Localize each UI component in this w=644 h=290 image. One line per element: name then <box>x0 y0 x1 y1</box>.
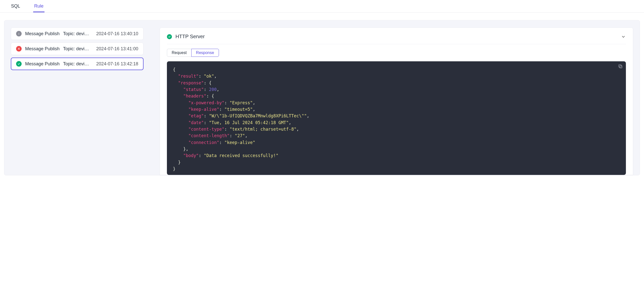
event-label: Message Publish <box>25 31 60 36</box>
event-label: Message Publish <box>25 61 60 67</box>
rule-panel: Message Publish Topic: devi… 2024-07-16 … <box>4 20 640 175</box>
tab-sql[interactable]: SQL <box>10 1 21 12</box>
error-icon <box>16 46 22 52</box>
chevron-down-icon[interactable] <box>621 34 626 39</box>
top-tabs: SQL Rule <box>0 0 644 13</box>
event-label: Message Publish <box>25 46 60 52</box>
event-row[interactable]: Message Publish Topic: devi… 2024-07-16 … <box>11 27 144 40</box>
svg-rect-1 <box>19 33 19 35</box>
event-time: 2024-07-16 13:41:00 <box>96 46 138 52</box>
detail-title: HTTP Server <box>175 34 205 39</box>
json-content: {"result": "ok","response": {"status": 2… <box>173 66 620 172</box>
tab-rule[interactable]: Rule <box>33 1 44 12</box>
event-detail: HTTP Server Request Response {"result": … <box>160 27 633 175</box>
event-time: 2024-07-16 13:42:18 <box>96 61 138 67</box>
request-response-toggle: Request Response <box>167 49 626 57</box>
detail-header: HTTP Server <box>167 34 626 44</box>
event-topic: Topic: devi… <box>63 61 93 67</box>
segment-request[interactable]: Request <box>167 49 192 57</box>
event-topic: Topic: devi… <box>63 31 93 36</box>
svg-rect-0 <box>19 33 19 33</box>
event-list: Message Publish Topic: devi… 2024-07-16 … <box>11 27 144 175</box>
event-row[interactable]: Message Publish Topic: devi… 2024-07-16 … <box>11 42 144 55</box>
svg-rect-3 <box>619 65 621 67</box>
info-icon <box>16 31 22 36</box>
success-icon <box>16 61 22 67</box>
svg-rect-2 <box>620 66 622 68</box>
segment-response[interactable]: Response <box>191 49 219 57</box>
response-body: {"result": "ok","response": {"status": 2… <box>167 61 626 175</box>
copy-icon[interactable] <box>618 64 623 69</box>
event-time: 2024-07-16 13:40:10 <box>96 31 138 36</box>
success-icon <box>167 34 172 39</box>
event-row[interactable]: Message Publish Topic: devi… 2024-07-16 … <box>11 58 144 70</box>
event-topic: Topic: devi… <box>63 46 93 52</box>
